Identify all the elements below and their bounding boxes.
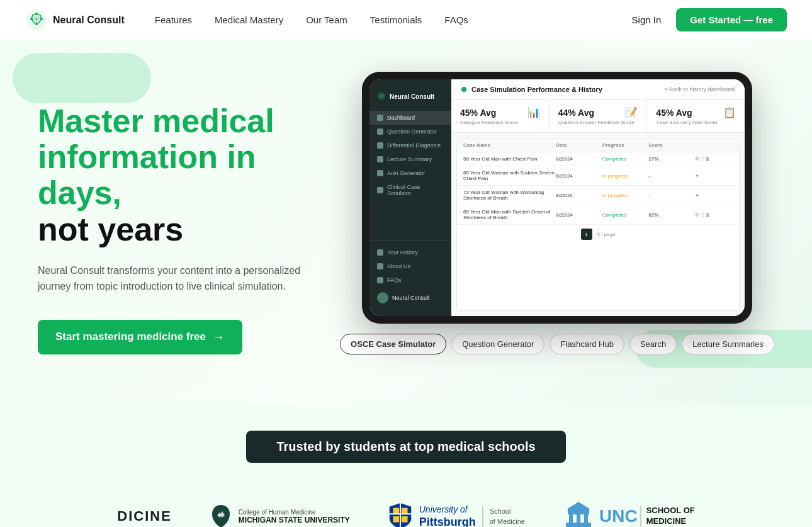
sidebar-item-lecture[interactable]: Lecture Summary	[369, 152, 451, 166]
arrow-right-icon: →	[212, 330, 225, 344]
nav-link-our-team[interactable]: Our Team	[306, 14, 347, 25]
navbar: Neural Consult Features Medical Mastery …	[0, 0, 812, 40]
stat-icon-0: 📊	[527, 106, 540, 118]
sidebar-item-faqs[interactable]: FAQs	[369, 273, 451, 287]
table-footer: 1 5 / page	[457, 225, 739, 244]
lecture-icon	[377, 156, 383, 162]
stat-pct-2: 45% Avg	[656, 108, 692, 118]
table-row: 58 Year Old Man with Chest Pain 8/23/24 …	[457, 152, 739, 166]
td-name-2: 72 Year Old Woman with Worsening Shortne…	[463, 190, 556, 201]
unc-building-icon	[563, 501, 594, 527]
nav-link-faqs[interactable]: FAQs	[444, 14, 468, 25]
svg-rect-9	[402, 516, 408, 523]
stat-pct-1: 44% Avg	[558, 108, 594, 118]
sidebar-qg-label: Question Generator	[387, 128, 437, 135]
neural-consult-logo-icon	[25, 9, 48, 31]
svg-point-3	[30, 18, 33, 20]
sidebar-user: Neural Consult	[369, 287, 451, 309]
svg-rect-16	[568, 509, 589, 514]
about-icon	[377, 263, 383, 269]
pitt-text: University of Pittsburgh	[419, 504, 476, 528]
nav-signin-button[interactable]: Sign In	[632, 14, 662, 25]
td-score-1: -	[648, 173, 695, 179]
tab-flashcard-hub[interactable]: Flashcard Hub	[550, 334, 624, 354]
page-number[interactable]: 1	[581, 229, 592, 240]
dicine-text: DICINE	[117, 508, 172, 524]
td-name-1: 65 Year Old Woman with Sudden Severe Che…	[463, 170, 556, 181]
table-header: Case Name Date Progress Score	[457, 139, 739, 152]
unc-school-line2: MEDICINE	[646, 516, 695, 527]
app-header-title: Case Simulation Performance & History	[461, 86, 602, 93]
sidebar-logo-text: Neural Consult	[390, 93, 434, 100]
status-dot	[461, 87, 466, 92]
sidebar-item-dashboard[interactable]: Dashboard	[369, 111, 451, 125]
unc-school-group: SCHOOL OF MEDICINE	[640, 506, 695, 527]
sidebar-item-history[interactable]: Your History	[369, 246, 451, 259]
svg-rect-14	[577, 513, 580, 523]
tab-question-generator[interactable]: Question Generator	[451, 334, 544, 354]
sidebar-about-label: About Us	[387, 263, 410, 269]
svg-rect-8	[393, 516, 399, 523]
nav-link-testimonials[interactable]: Testimonials	[370, 14, 422, 25]
app-main: Case Simulation Performance & History < …	[451, 79, 745, 316]
hero-title-dark: not years	[38, 211, 183, 247]
pitt-school-label: Schoolof Medicine	[482, 506, 525, 527]
sidebar-item-clinical[interactable]: Clinical Case Simulator	[369, 180, 451, 200]
th-actions	[695, 142, 733, 148]
tab-osce[interactable]: OSCE Case Simulator	[340, 334, 446, 354]
nav-logo[interactable]: Neural Consult	[25, 9, 125, 31]
app-main-header: Case Simulation Performance & History < …	[451, 79, 745, 100]
unc-name-text: UNC	[599, 507, 638, 525]
th-score: Score	[648, 142, 695, 148]
hero-title-green: Master medicalinformation in days,	[38, 103, 274, 211]
td-score-2: -	[648, 193, 695, 198]
td-actions-1: ✦	[695, 173, 733, 179]
hero-cta-label: Start mastering medicine free	[55, 331, 206, 343]
svg-rect-7	[402, 508, 408, 514]
question-generator-icon	[377, 128, 383, 135]
stat-pct-0: 45% Avg	[460, 108, 496, 118]
sidebar-item-anki[interactable]: Anki Generator	[369, 166, 451, 180]
app-sidebar: Neural Consult Dashboard Question Genera…	[369, 79, 451, 316]
svg-rect-18	[575, 524, 582, 527]
tablet-mockup: Neural Consult Dashboard Question Genera…	[362, 72, 752, 324]
sidebar-item-question-generator[interactable]: Question Generator	[369, 125, 451, 139]
td-date-2: 8/23/24	[556, 193, 602, 198]
th-progress: Progress	[602, 142, 649, 148]
svg-marker-17	[567, 502, 590, 509]
sidebar-item-about[interactable]: About Us	[369, 259, 451, 273]
th-date: Date	[556, 142, 602, 148]
svg-rect-6	[393, 508, 399, 514]
hero-cta-button[interactable]: Start mastering medicine free →	[38, 320, 242, 354]
unc-school-line1: SCHOOL OF	[646, 506, 695, 516]
td-score-3: 62%	[648, 212, 695, 218]
sidebar-bottom: Your History About Us FAQs Neural C	[369, 240, 451, 309]
user-avatar	[377, 292, 388, 303]
stat-label-1: Question Answer Feedback Score	[558, 120, 638, 126]
msu-logo: College of Human Medicine MICHIGAN STATE…	[210, 504, 350, 527]
sidebar-logo-icon	[377, 92, 386, 101]
sidebar-item-differential[interactable]: Differential Diagnosis	[369, 139, 451, 152]
td-date-3: 8/23/24	[556, 212, 602, 218]
tab-search[interactable]: Search	[629, 334, 677, 354]
nav-link-medical-mastery[interactable]: Medical Mastery	[215, 14, 283, 25]
dashboard-icon	[377, 115, 383, 121]
nav-link-features[interactable]: Features	[155, 14, 192, 25]
back-link[interactable]: < Back to history dashboard	[664, 86, 735, 93]
sidebar-dashboard-label: Dashboard	[387, 115, 415, 121]
tab-lecture-summaries[interactable]: Lecture Summaries	[682, 334, 774, 354]
dicine-logo: DICINE	[117, 508, 172, 524]
nav-get-started-button[interactable]: Get Started — free	[676, 8, 787, 31]
unc-text-group: UNC SCHOOL OF MEDICINE	[599, 506, 695, 527]
sidebar-ls-label: Lecture Summary	[387, 156, 432, 162]
td-progress-3: Completed	[602, 212, 649, 218]
stat-box-2: 45% Avg 📋 Case Summary Total Score	[647, 100, 745, 132]
sidebar-anki-label: Anki Generator	[387, 170, 426, 176]
svg-point-4	[40, 18, 43, 20]
svg-rect-13	[569, 513, 573, 523]
pitt-university-label: University of	[419, 504, 476, 514]
app-table: Case Name Date Progress Score 58 Year Ol…	[456, 138, 740, 311]
clinical-icon	[377, 187, 383, 193]
app-stats: 45% Avg 📊 Dialogue Feedback Score 44% Av…	[451, 100, 745, 133]
sidebar-dd-label: Differential Diagnosis	[387, 142, 441, 149]
